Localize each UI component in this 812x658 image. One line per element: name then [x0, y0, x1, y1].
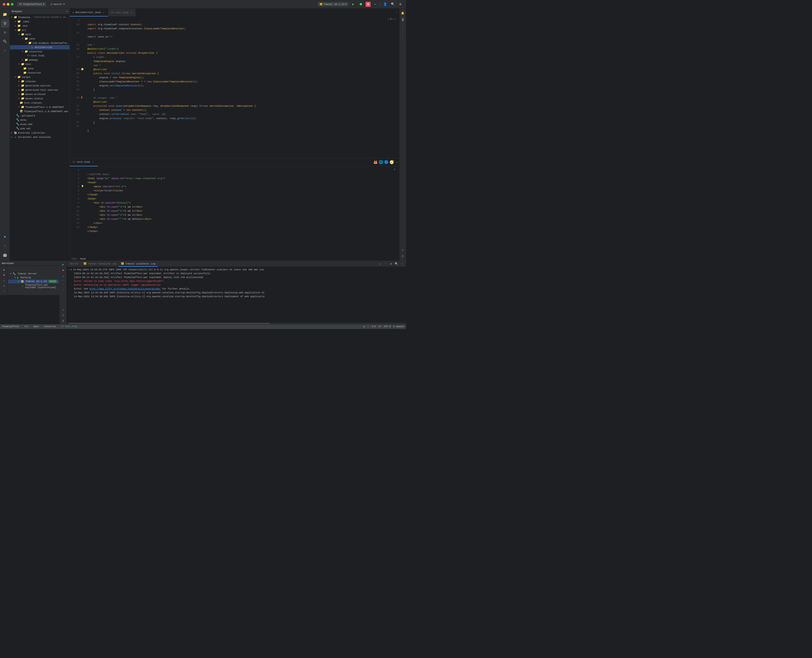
tree-item-maven-archiver[interactable]: ▶ 📁 maven-archiver: [10, 92, 69, 96]
gutter-bottom: 💡: [81, 166, 86, 257]
tab-more-icon[interactable]: ⋯: [396, 161, 397, 164]
console-content[interactable]: ✓ ▶ 14-May-2024 13:34:29.279 INFO [RMI T…: [67, 267, 406, 323]
svc-stop-icon[interactable]: ■: [2, 273, 7, 277]
activity-notification-icon[interactable]: ●: [1, 233, 9, 241]
svc-add-icon[interactable]: +: [2, 289, 7, 294]
tab-more-icon[interactable]: ⋯: [396, 11, 397, 14]
right-scroll-icon[interactable]: [400, 17, 405, 22]
settings-icon[interactable]: ⚙: [397, 2, 403, 7]
svc-item-tomcat-server[interactable]: ▼ 🔧 Tomcat Server: [8, 272, 59, 276]
console-tab-server[interactable]: Server: [68, 262, 81, 266]
close-button[interactable]: [3, 3, 5, 6]
tree-item-test-java[interactable]: 📁 java: [10, 66, 69, 70]
branch-selector[interactable]: ⎇ master ▼: [48, 2, 66, 6]
tree-item-resources[interactable]: ▼ 📁 resources: [10, 49, 69, 54]
svc-activity-reload[interactable]: ↺: [61, 274, 66, 279]
tree-item-com-example[interactable]: ▼ 📁 com.example.thymeleaftest: [10, 41, 69, 45]
console-tab-catalina[interactable]: 🐱 Tomcat Catalina Log: [81, 261, 119, 267]
tree-item-src[interactable]: ▼ 📁 src: [10, 28, 69, 32]
code-content-helloservlet[interactable]: import org.thymeleaf.context.Context; im…: [86, 17, 396, 158]
tree-item-test-resources[interactable]: 📁 resources: [10, 70, 69, 75]
tree-item-gitignore[interactable]: 🔧 .gitignore: [10, 113, 69, 118]
tree-item-main[interactable]: ▼ 📁 main: [10, 32, 69, 36]
run-button[interactable]: ▶: [350, 2, 356, 7]
debug-button[interactable]: ⬟: [358, 2, 364, 7]
tree-item-thymeleaftest[interactable]: ▼ 📁 ThymeleafTest ~/Desktop/CS/JavaEE/1.…: [10, 15, 69, 19]
tree-item-pom-xml[interactable]: 🔧 pom.xml: [10, 126, 69, 131]
svc-activity-arrow-up[interactable]: ↑: [61, 282, 66, 287]
maximize-button[interactable]: [11, 3, 14, 6]
sidebar-content[interactable]: ▼ 📁 ThymeleafTest ~/Desktop/CS/JavaEE/1.…: [10, 14, 69, 261]
console-more-icon[interactable]: ⋯: [399, 262, 404, 266]
svc-activity-run2[interactable]: ▶: [61, 262, 66, 267]
right-list-icon[interactable]: ☰: [400, 254, 405, 259]
project-selector[interactable]: TT ThymeleafTest ▼: [17, 2, 46, 6]
svc-filter-icon[interactable]: ⊟: [2, 284, 7, 288]
more-button[interactable]: ⋯: [372, 2, 378, 7]
code-content-testhtml[interactable]: <!DOCTYPE html> <html lang="en" xmlns:th…: [86, 166, 399, 257]
console-prev-icon[interactable]: ↑: [383, 262, 388, 266]
console-search-icon[interactable]: 🔍: [394, 262, 399, 266]
right-settings2-icon[interactable]: ⚙: [400, 247, 405, 253]
activity-plugins2-icon[interactable]: ⚡: [1, 242, 9, 250]
activity-structure-icon[interactable]: ⊞: [1, 28, 9, 36]
tab-testhtml[interactable]: <> test.html ✕: [108, 9, 136, 16]
tree-item-generated-sources[interactable]: ▶ 📁 generated-sources: [10, 83, 69, 88]
activity-ai-icon[interactable]: 🤖: [1, 251, 9, 259]
activity-git-icon[interactable]: [1, 19, 9, 28]
tree-item-test-classes[interactable]: 📁 test-classes: [10, 101, 69, 105]
svc-activity-settings[interactable]: ⚙: [61, 307, 66, 312]
tree-item-classes[interactable]: ▶ 📁 classes: [10, 79, 69, 83]
slf4j-link[interactable]: http://www.slf4j.org/codes.html#StaticLo…: [90, 287, 160, 290]
tab-close-testhtml[interactable]: ✕: [130, 11, 133, 14]
tree-item-maven-status[interactable]: ▶ 📁 maven-status: [10, 96, 69, 101]
svc-item-war-exploded[interactable]: ✓ ThymeleafTest:war exploded [Synchroniz…: [8, 284, 59, 289]
tree-item-snapshot[interactable]: ▶ 📁 ThymeleafTest-1.0-SNAPSHOT: [10, 105, 69, 109]
tree-item-test[interactable]: ▼ 📁 test: [10, 62, 69, 66]
right-notifications-icon[interactable]: 🔔: [400, 10, 405, 16]
tree-item-webapp[interactable]: ▶ 📁 webapp: [10, 58, 69, 62]
console-reload-icon[interactable]: ↺: [377, 262, 383, 266]
activity-more-icon[interactable]: ⋯: [1, 47, 9, 55]
tree-item-target[interactable]: ▼ 📁 target: [10, 75, 69, 79]
svc-item-tomcat-10[interactable]: ▼ 🐱 Tomcat 10.1.23 local: [8, 280, 59, 284]
tree-item-generated-test-sources[interactable]: ▶ 📁 generated-test-sources: [10, 88, 69, 92]
tree-item-scratches[interactable]: ▶ ✏️ Scratches and Consoles: [10, 135, 69, 139]
tab-close-helloservlet[interactable]: ✕: [102, 11, 105, 14]
svc-restart-icon[interactable]: ↺: [2, 278, 7, 283]
tree-item-test-html[interactable]: <> test.html: [10, 54, 69, 58]
svc-activity-arrow-down[interactable]: ↓: [61, 287, 66, 293]
tree-item-mvn[interactable]: ▶ 📁 .mvn: [10, 24, 69, 28]
svc-run-icon[interactable]: ▶: [2, 267, 7, 272]
status-indent[interactable]: 4 spaces: [393, 325, 404, 328]
tree-item-helloservlet[interactable]: ☕ HelloServlet: [10, 45, 69, 49]
tab-helloservlet[interactable]: ☕ HelloServlet.java ✕: [70, 9, 108, 16]
activity-project-icon[interactable]: 📁: [1, 10, 9, 19]
status-settings-icon[interactable]: ⚙: [364, 325, 365, 328]
sidebar-more-icon[interactable]: ⋯: [66, 10, 68, 13]
minimize-button[interactable]: [7, 3, 9, 6]
tomcat-selector[interactable]: 🐱 Tomcat 10.1.23 ▼: [318, 2, 349, 6]
svc-activity-stop2[interactable]: ■: [61, 268, 66, 273]
right-top-icon[interactable]: ↑: [400, 28, 405, 33]
tab-close-testhtml-bottom[interactable]: ✕: [92, 160, 95, 164]
tree-item-idea[interactable]: ▶ 📁 .idea: [10, 19, 69, 24]
tree-item-mvnw-cmd[interactable]: 🔧 mvnw.cmd: [10, 122, 69, 126]
tree-item-snapshot-war[interactable]: 📦 ThymeleafTest-1.0-SNAPSHOT.war: [10, 109, 69, 113]
account-icon[interactable]: 👤: [382, 2, 388, 7]
console-tab-localhost[interactable]: 🐱 Tomcat Localhost Log: [119, 261, 158, 267]
activity-plugins-icon[interactable]: 🔌: [1, 38, 9, 45]
tree-item-external-libraries[interactable]: ▶ 📚 External Libraries: [10, 131, 69, 135]
tree-item-mvnw[interactable]: 🔧 mvnw: [10, 118, 69, 122]
status-encoding[interactable]: UTF-8: [384, 325, 391, 328]
right-bottom-icon[interactable]: ↓: [400, 34, 405, 39]
tree-item-java[interactable]: ▼ 📁 java: [10, 36, 69, 41]
console-stop-icon[interactable]: ■: [388, 262, 393, 266]
stop-button[interactable]: ■: [366, 2, 371, 7]
svc-activity-trash[interactable]: 🗑: [61, 318, 66, 323]
svc-activity-list[interactable]: ☰: [61, 313, 66, 318]
svc-item-running[interactable]: ▼ ▶ Running: [8, 276, 59, 280]
status-line-ending[interactable]: LF: [379, 325, 381, 328]
tab-testhtml-bottom[interactable]: <> test.html ✕: [70, 158, 98, 166]
search-icon[interactable]: 🔍: [390, 2, 396, 7]
